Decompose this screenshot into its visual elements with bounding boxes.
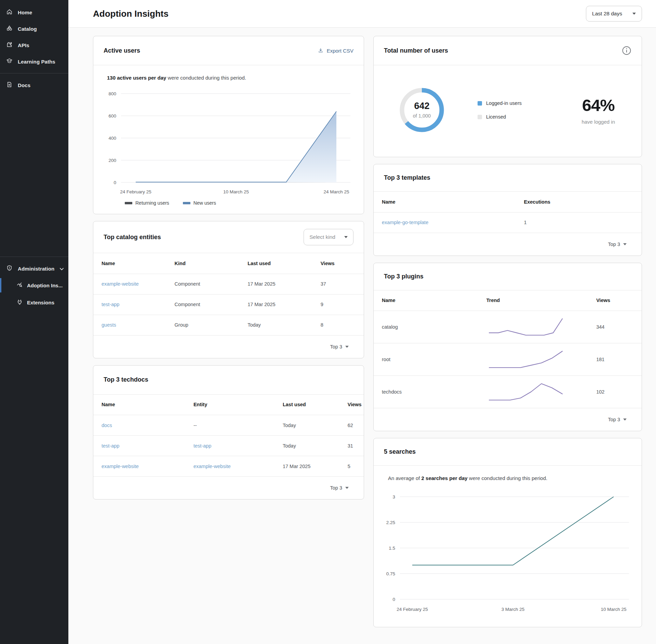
table-row: root 181 <box>374 343 642 376</box>
active-users-chart: 800600400200024 February 2510 March 2524… <box>101 86 356 199</box>
download-icon <box>318 47 323 54</box>
sidebar-divider <box>0 257 68 257</box>
logged-in-swatch <box>478 101 482 106</box>
svg-text:200: 200 <box>108 158 116 163</box>
percent-value: 64% <box>581 96 615 115</box>
sidebar-item-label: Home <box>18 10 32 15</box>
table-header-row: Name Kind Last used Views <box>93 253 364 274</box>
info-icon[interactable] <box>622 46 631 55</box>
caret-down-icon <box>632 13 636 15</box>
sidebar-item-label: Catalog <box>18 26 37 32</box>
caret-down-icon <box>345 346 349 348</box>
caret-down-icon <box>345 487 349 489</box>
sidebar-item-apis[interactable]: APIs <box>0 37 68 53</box>
root-trend-sparkline <box>486 348 565 370</box>
learning-paths-icon <box>6 58 13 65</box>
donut-legend: Logged-in users Licensed <box>478 100 522 120</box>
svg-text:1.5: 1.5 <box>389 546 395 551</box>
export-csv-button[interactable]: Export CSV <box>318 47 353 54</box>
table-row: example-go-template 1 <box>374 212 642 233</box>
searches-summary: An average of 2 searches per day were co… <box>374 466 642 482</box>
total-users-card: Total number of users 642of 1,000 Logged… <box>373 36 642 157</box>
table-row: docs -- Today 62 <box>93 415 364 436</box>
catalog-icon <box>6 25 13 32</box>
active-users-legend: Returning users New users <box>125 200 364 206</box>
techdoc-link[interactable]: docs <box>102 423 112 428</box>
card-title: Total number of users <box>384 47 448 54</box>
svg-text:10 March 25: 10 March 25 <box>223 189 249 194</box>
svg-text:600: 600 <box>108 113 116 119</box>
total-users-header: Total number of users <box>374 36 642 65</box>
shield-exclamation-icon <box>6 265 13 272</box>
caret-down-icon <box>623 419 627 421</box>
entity-link[interactable]: example-website <box>102 281 139 287</box>
templates-table: Name Executions example-go-template 1 <box>374 192 642 233</box>
legend-item-returning-users: Returning users <box>125 200 169 206</box>
svg-text:400: 400 <box>108 136 116 141</box>
sidebar-item-catalog[interactable]: Catalog <box>0 20 68 37</box>
top3-dropdown[interactable]: Top 3 <box>93 335 364 358</box>
techdoc-link[interactable]: test-app <box>102 443 119 449</box>
apis-icon <box>6 41 13 49</box>
caret-down-icon <box>623 243 627 245</box>
table-row: catalog 344 <box>374 311 642 343</box>
sidebar-item-docs[interactable]: Docs <box>0 77 68 93</box>
table-row: techdocs 102 <box>374 376 642 408</box>
entity-link[interactable]: test-app <box>102 302 119 307</box>
chevron-down-icon <box>59 266 64 272</box>
card-title: Top catalog entities <box>104 234 161 241</box>
sidebar-item-administration[interactable]: Administration <box>0 260 68 277</box>
licensed-swatch <box>478 115 482 119</box>
catalog-trend-sparkline <box>486 316 565 338</box>
page-header: Adoption Insights Last 28 days <box>68 0 656 28</box>
sidebar-item-home[interactable]: Home <box>0 4 68 20</box>
select-kind-dropdown[interactable]: Select kind <box>304 229 353 245</box>
main-area: Adoption Insights Last 28 days Active us… <box>68 0 656 644</box>
logged-in-donut-chart: 642of 1,000 <box>396 84 447 136</box>
right-column: Total number of users 642of 1,000 Logged… <box>373 36 642 627</box>
table-header-row: Name Trend Views <box>374 290 642 311</box>
svg-text:2.25: 2.25 <box>386 520 395 525</box>
card-title: 5 searches <box>384 448 416 455</box>
svg-text:3 March 25: 3 March 25 <box>501 607 525 612</box>
sidebar-item-extensions[interactable]: Extensions <box>0 294 68 311</box>
card-title: Top 3 techdocs <box>104 376 148 383</box>
top-templates-card: Top 3 templates Name Executions example-… <box>373 164 642 256</box>
sidebar-item-adoption-insights[interactable]: Adoption Ins... <box>0 277 68 294</box>
techdoc-link[interactable]: example-website <box>102 464 139 469</box>
svg-text:24 February 25: 24 February 25 <box>397 607 428 612</box>
sidebar-item-label: Learning Paths <box>18 59 55 65</box>
active-users-summary: 130 active users per day were conducted … <box>93 65 364 81</box>
active-users-card: Active users Export CSV 130 active users… <box>93 36 364 214</box>
template-link[interactable]: example-go-template <box>382 220 428 225</box>
table-row: guests Group Today 8 <box>93 315 364 335</box>
techdocs-table: Name Entity Last used Views docs -- Toda… <box>93 395 364 477</box>
svg-text:3: 3 <box>392 494 395 499</box>
searches-header: 5 searches <box>374 438 642 466</box>
top-catalog-entities-card: Top catalog entities Select kind Name Ki… <box>93 221 364 358</box>
top3-dropdown[interactable]: Top 3 <box>374 408 642 431</box>
table-row: test-app test-app Today 31 <box>93 436 364 456</box>
svg-text:0: 0 <box>392 597 395 602</box>
card-title: Active users <box>104 47 140 54</box>
caret-down-icon <box>344 236 348 238</box>
entity-link[interactable]: guests <box>102 322 116 328</box>
svg-text:0: 0 <box>113 180 116 185</box>
sidebar-item-learning-paths[interactable]: Learning Paths <box>0 53 68 70</box>
left-column: Active users Export CSV 130 active users… <box>93 36 364 499</box>
sidebar-item-label: APIs <box>18 42 29 48</box>
top3-dropdown[interactable]: Top 3 <box>93 477 364 499</box>
top-techdocs-card: Top 3 techdocs Name Entity Last used Vie… <box>93 365 364 500</box>
entity-link[interactable]: test-app <box>193 443 211 449</box>
card-title: Top 3 templates <box>384 174 430 181</box>
sidebar: Home Catalog APIs Learning Paths Docs Ad… <box>0 0 68 644</box>
sidebar-item-label: Docs <box>18 82 30 88</box>
top3-dropdown[interactable]: Top 3 <box>374 233 642 256</box>
legend-item-logged-in: Logged-in users <box>478 100 522 106</box>
entity-link[interactable]: example-website <box>193 464 231 469</box>
new-users-swatch <box>183 202 190 204</box>
date-range-select[interactable]: Last 28 days <box>586 6 642 22</box>
searches-chart: 32.251.50.75024 February 253 March 2510 … <box>381 487 634 618</box>
searches-card: 5 searches An average of 2 searches per … <box>373 438 642 627</box>
sidebar-item-label: Extensions <box>27 300 54 305</box>
